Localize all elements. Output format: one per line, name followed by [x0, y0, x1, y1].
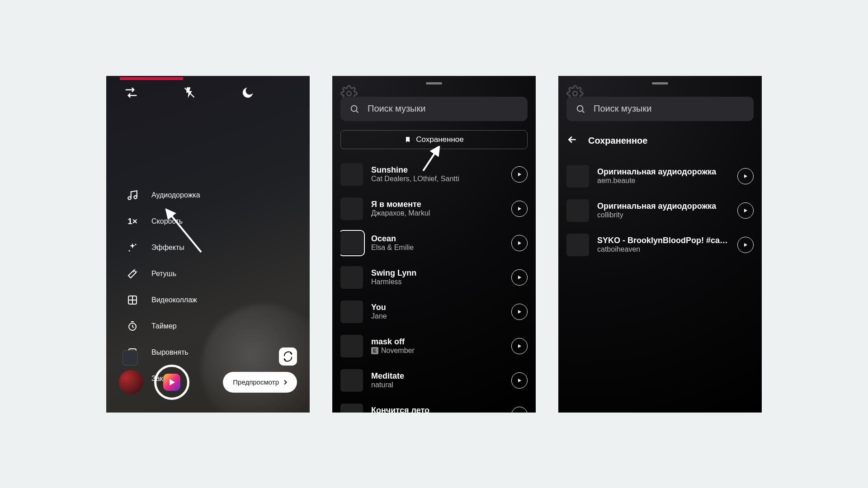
song-artist: aem.beaute — [597, 177, 729, 185]
play-button[interactable] — [511, 269, 528, 286]
song-title: Meditate — [371, 371, 503, 381]
menu-label: Аудиодорожка — [151, 191, 200, 199]
wand-icon — [126, 267, 139, 280]
search-input[interactable] — [594, 103, 745, 114]
play-icon — [517, 206, 522, 211]
song-title: Оригинальная аудиодорожка — [597, 167, 729, 177]
saved-button[interactable]: Сохраненное — [340, 130, 528, 149]
search-bar[interactable] — [340, 97, 528, 121]
song-info: SYKO - BrooklynBloodPop! #catboiheaven c… — [597, 236, 729, 253]
song-info: Оригинальная аудиодорожка aem.beaute — [597, 167, 729, 185]
album-cover — [566, 199, 589, 222]
drag-handle-icon[interactable] — [426, 82, 442, 84]
drag-handle-icon[interactable] — [652, 82, 668, 84]
play-button[interactable] — [511, 372, 528, 389]
preview-button[interactable]: Предпросмотр — [223, 372, 297, 393]
screen-music-search: Сохраненное Sunshine Cat Dealers, LOthie… — [332, 76, 536, 413]
play-button[interactable] — [511, 166, 528, 183]
menu-label: Ретушь — [151, 270, 176, 278]
song-info: Я в моменте Джарахов, Markul — [371, 200, 503, 217]
song-row[interactable]: LETO Кончится лето Кино — [340, 398, 528, 413]
saved-header-label: Сохраненное — [588, 136, 647, 146]
song-row[interactable]: Ocean Elsa & Emilie — [340, 226, 528, 260]
explicit-badge: E — [371, 347, 378, 354]
menu-label: Скорость — [151, 217, 183, 225]
svg-point-3 — [135, 244, 137, 245]
album-cover — [566, 165, 589, 188]
song-title: mask off — [371, 337, 503, 347]
song-artist: Harmless — [371, 278, 503, 286]
play-icon — [743, 208, 748, 213]
menu-speed[interactable]: 1× Скорость — [126, 215, 200, 228]
search-input[interactable] — [368, 103, 519, 114]
menu-timer[interactable]: Таймер — [126, 320, 200, 333]
play-button[interactable] — [511, 201, 528, 217]
layout-icon — [126, 294, 139, 306]
song-title: Swing Lynn — [371, 268, 503, 278]
menu-effects[interactable]: Эффекты — [126, 241, 200, 254]
song-row[interactable]: Swing Lynn Harmless — [340, 260, 528, 295]
song-row[interactable]: Оригинальная аудиодорожка collibrity — [566, 193, 754, 228]
play-button[interactable] — [737, 202, 754, 219]
song-row[interactable]: Meditate natural — [340, 363, 528, 398]
play-icon — [743, 242, 748, 248]
play-button[interactable] — [511, 304, 528, 320]
song-artist: collibrity — [597, 211, 729, 219]
album-cover — [340, 163, 363, 186]
search-bar[interactable] — [566, 97, 754, 121]
song-info: You Jane — [371, 303, 503, 320]
play-button[interactable] — [737, 237, 754, 253]
capture-button[interactable] — [154, 365, 189, 400]
arrow-left-icon — [566, 134, 578, 145]
song-info: Sunshine Cat Dealers, LOthief, Santti — [371, 165, 503, 183]
song-info: Swing Lynn Harmless — [371, 268, 503, 286]
song-artist: ENovember — [371, 347, 503, 355]
last-clip-thumbnail[interactable] — [119, 370, 143, 394]
swap-arrows-icon[interactable] — [124, 86, 138, 101]
music-note-icon — [126, 189, 139, 202]
menu-collage[interactable]: Видеоколлаж — [126, 294, 200, 306]
song-title: Я в моменте — [371, 200, 503, 209]
preview-label: Предпросмотр — [233, 378, 279, 386]
song-row[interactable]: Я в моменте Джарахов, Markul — [340, 192, 528, 226]
search-icon — [576, 104, 585, 114]
song-row[interactable]: SYKO - BrooklynBloodPop! #catboiheaven c… — [566, 228, 754, 262]
svg-point-10 — [347, 91, 351, 96]
top-bar — [106, 86, 310, 101]
svg-point-2 — [134, 196, 137, 199]
menu-label: Видеоколлаж — [151, 296, 197, 304]
play-button[interactable] — [511, 407, 528, 413]
play-button[interactable] — [737, 168, 754, 184]
song-row[interactable]: mask off ENovember — [340, 329, 528, 363]
song-title: Оригинальная аудиодорожка — [597, 202, 729, 211]
song-title: You — [371, 303, 503, 312]
gallery-preview[interactable] — [123, 350, 138, 366]
song-row[interactable]: You Jane — [340, 295, 528, 329]
album-cover — [340, 266, 363, 289]
menu-touchup[interactable]: Ретушь — [126, 267, 200, 280]
song-row[interactable]: Sunshine Cat Dealers, LOthief, Santti — [340, 157, 528, 192]
svg-point-11 — [351, 105, 357, 111]
svg-point-1 — [128, 197, 131, 200]
night-mode-icon[interactable] — [241, 86, 255, 101]
play-button[interactable] — [511, 338, 528, 354]
play-icon — [517, 275, 522, 280]
flash-off-icon[interactable] — [183, 86, 196, 101]
menu-audio[interactable]: Аудиодорожка — [126, 189, 200, 202]
saved-song-list: Оригинальная аудиодорожка aem.beaute Ори… — [566, 159, 754, 262]
bookmark-icon — [404, 136, 411, 143]
saved-header: Сохраненное — [566, 134, 754, 148]
timer-icon — [126, 320, 139, 333]
switch-camera-button[interactable] — [279, 347, 297, 366]
decor-bar — [120, 77, 183, 80]
menu-label: Выровнять — [151, 348, 189, 357]
play-button[interactable] — [511, 235, 528, 251]
play-icon — [517, 172, 522, 177]
song-info: Ocean Elsa & Emilie — [371, 234, 503, 252]
song-row[interactable]: Оригинальная аудиодорожка aem.beaute — [566, 159, 754, 193]
song-artist: Джарахов, Markul — [371, 209, 503, 217]
song-artist: catboiheaven — [597, 245, 729, 253]
menu-label: Таймер — [151, 322, 177, 330]
back-button[interactable] — [566, 134, 578, 148]
screen-saved-music: Сохраненное Оригинальная аудиодорожка ae… — [558, 76, 762, 413]
